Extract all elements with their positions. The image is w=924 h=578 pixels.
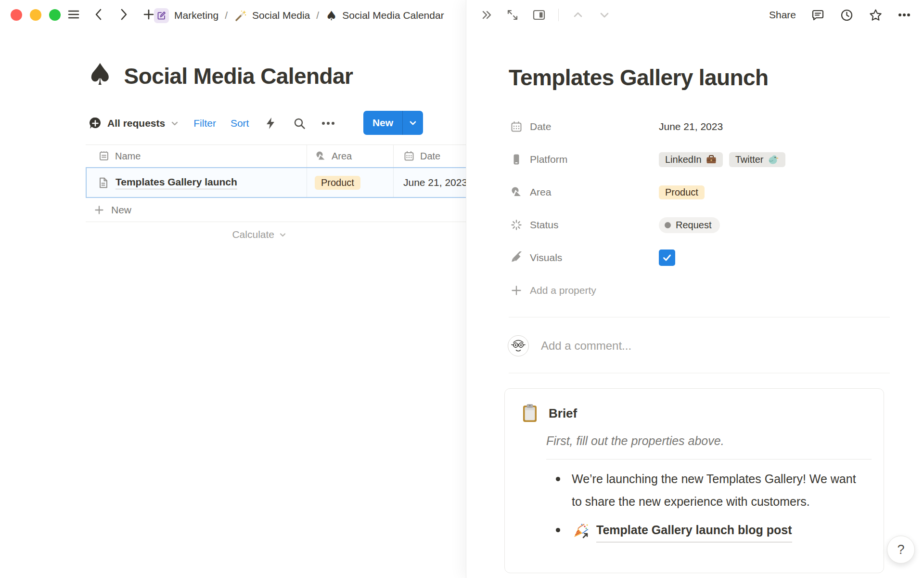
search-icon[interactable] <box>292 116 307 131</box>
page-icon-spade[interactable]: ♠ <box>87 60 114 90</box>
requests-view-icon <box>89 117 102 130</box>
brief-card: Brief First, fill out the properties abo… <box>504 388 884 573</box>
status-dot <box>665 222 671 228</box>
share-button[interactable]: Share <box>769 9 796 21</box>
property-name: Status <box>530 219 559 231</box>
calendar-icon <box>510 120 523 133</box>
add-property-label: Add a property <box>530 285 596 296</box>
window-controls <box>11 9 61 21</box>
expand-page-icon[interactable] <box>505 8 520 22</box>
column-label: Name <box>115 151 141 162</box>
date-value: June 21, 2023 <box>403 177 467 188</box>
view-more-icon[interactable] <box>321 116 335 131</box>
side-peek-icon[interactable] <box>532 8 546 22</box>
next-record-icon[interactable] <box>597 8 612 22</box>
status-pill: Request <box>659 217 720 233</box>
comments-icon[interactable] <box>810 8 825 22</box>
nav-back-icon[interactable] <box>91 7 106 22</box>
property-value-date[interactable]: June 21, 2023 <box>659 121 723 132</box>
property-label-platform[interactable]: Platform <box>510 153 659 166</box>
bird-icon <box>768 154 779 165</box>
column-label: Date <box>420 151 440 162</box>
calculate-button[interactable]: Calculate <box>86 222 307 247</box>
phone-icon <box>510 153 523 166</box>
page-title: Social Media Calendar <box>124 63 353 90</box>
breadcrumb-item-social-media-calendar[interactable]: ♠ Social Media Calendar <box>325 9 444 22</box>
cell-name[interactable]: Templates Gallery launch <box>86 167 307 198</box>
previous-record-icon[interactable] <box>571 8 585 22</box>
status-spinner-icon <box>510 219 523 232</box>
spade-icon: ♠ <box>325 9 337 22</box>
platform-tag-twitter: Twitter <box>729 152 785 167</box>
new-record-dropdown[interactable] <box>403 111 423 135</box>
column-label: Area <box>332 151 352 162</box>
property-value-area[interactable]: Product <box>659 185 705 199</box>
name-column-icon <box>98 150 110 162</box>
close-window-button[interactable] <box>11 9 22 21</box>
breadcrumb-label: Social Media <box>252 10 310 21</box>
column-header-area[interactable]: Area <box>307 145 394 167</box>
property-name: Visuals <box>530 252 562 263</box>
property-label-date[interactable]: Date <box>510 120 659 133</box>
column-header-name[interactable]: Name <box>86 145 307 167</box>
peek-panel: Share Templates Gallery launch <box>466 0 924 578</box>
filter-button[interactable]: Filter <box>193 118 216 129</box>
comment-composer: Add a comment... <box>508 335 631 356</box>
notion-window: Marketing / Social Media / ♠ Social Medi… <box>0 0 924 578</box>
brief-bullets: We’re launching the new Templates Galler… <box>556 468 873 542</box>
new-record-label[interactable]: New <box>363 111 403 135</box>
row-title-link[interactable]: Templates Gallery launch <box>116 176 237 189</box>
breadcrumb-item-marketing[interactable]: Marketing <box>154 8 218 23</box>
property-label-visuals[interactable]: Visuals <box>510 251 659 264</box>
property-row-visuals: Visuals <box>510 241 890 274</box>
breadcrumb-item-social-media[interactable]: Social Media <box>234 9 310 22</box>
paintbrush-icon <box>510 251 523 264</box>
clipboard-icon <box>520 403 539 423</box>
favorite-star-icon[interactable] <box>868 8 883 22</box>
bullet-item: Template Gallery launch blog post <box>556 519 873 542</box>
more-options-icon[interactable] <box>897 8 911 22</box>
date-column-icon <box>403 150 415 162</box>
user-avatar <box>508 335 529 356</box>
shapes-icon <box>510 186 523 199</box>
visuals-checkbox[interactable] <box>659 250 675 266</box>
area-tag: Product <box>315 176 360 190</box>
add-property-button[interactable]: Add a property <box>510 274 890 307</box>
plus-icon <box>93 204 105 216</box>
property-row-date: Date June 21, 2023 <box>510 110 890 143</box>
toolbar-divider <box>558 9 559 21</box>
new-row-label: New <box>111 204 131 216</box>
bullet-dot <box>556 477 560 481</box>
property-row-status: Status Request <box>510 209 890 241</box>
tag-label: Twitter <box>735 154 764 165</box>
property-label-status[interactable]: Status <box>510 219 659 232</box>
property-value-status[interactable]: Request <box>659 217 720 233</box>
briefcase-icon <box>706 154 717 165</box>
new-record-button[interactable]: New <box>363 111 423 135</box>
help-button[interactable]: ? <box>887 536 915 564</box>
close-peek-icon[interactable] <box>479 8 493 22</box>
area-tag: Product <box>659 185 705 199</box>
minimize-window-button[interactable] <box>30 9 41 21</box>
comment-input[interactable]: Add a comment... <box>541 339 631 353</box>
blog-post-page-link[interactable]: Template Gallery launch blog post <box>596 519 792 542</box>
property-row-platform: Platform LinkedIn Twitter <box>510 143 890 176</box>
updates-clock-icon[interactable] <box>839 8 854 22</box>
memo-icon <box>154 8 169 23</box>
plus-icon <box>510 284 523 297</box>
cell-area[interactable]: Product <box>307 167 394 198</box>
section-divider <box>509 373 890 373</box>
zoom-window-button[interactable] <box>49 9 61 21</box>
sidebar-menu-icon[interactable] <box>66 7 81 22</box>
sort-button[interactable]: Sort <box>231 118 249 129</box>
property-label-area[interactable]: Area <box>510 186 659 199</box>
view-selector-all-requests[interactable]: All requests <box>89 117 179 130</box>
brief-title: Brief <box>549 406 577 421</box>
nav-forward-icon[interactable] <box>116 7 131 22</box>
automations-lightning-icon[interactable] <box>263 116 278 131</box>
property-value-platform[interactable]: LinkedIn Twitter <box>659 152 785 167</box>
brief-note: First, fill out the properties above. <box>546 434 724 448</box>
tag-label: LinkedIn <box>665 154 702 165</box>
property-name: Area <box>530 186 551 198</box>
party-popper-icon <box>572 522 590 540</box>
